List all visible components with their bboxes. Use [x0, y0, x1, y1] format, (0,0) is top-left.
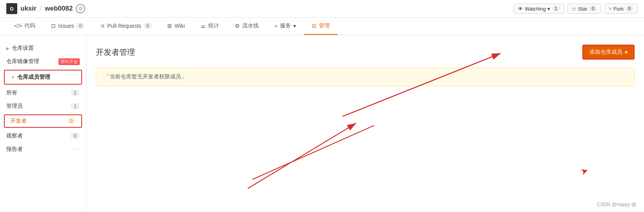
- header-actions: 👁 Watching ▾ 1 ☆ Star 0 ⑂ Fork 0: [514, 4, 638, 14]
- tab-issues-label: Issues: [58, 23, 74, 29]
- sidebar-item-admin[interactable]: 管理员 1: [0, 100, 86, 113]
- fork-count: 0: [625, 5, 633, 12]
- svg-text:➤: ➤: [579, 165, 590, 177]
- tab-pull-requests[interactable]: ⤮ Pull Requests 0: [92, 18, 159, 35]
- add-member-button[interactable]: 添加仓库成员 ▾: [582, 45, 635, 60]
- footer-credit: CSDN @Happy 猫: [597, 201, 636, 208]
- repo-title: G uksir / web0082 ⚙: [6, 3, 85, 14]
- content-header: 开发者管理 添加仓库成员 ▾: [96, 45, 635, 60]
- issues-badge: 0: [77, 23, 85, 29]
- pr-badge: 0: [144, 23, 152, 29]
- annotation-arrows: ➤: [86, 35, 644, 212]
- watching-button[interactable]: 👁 Watching ▾ 1: [514, 4, 564, 14]
- star-label: Star: [578, 6, 587, 12]
- sidebar-mirror-management[interactable]: 仓库镜像管理 限时开放: [0, 55, 86, 68]
- warehouse-settings-label: 仓库设置: [12, 45, 34, 52]
- tab-manage-label: 管理: [319, 22, 330, 29]
- tab-code[interactable]: </> 代码: [6, 18, 43, 35]
- star-count: 0: [589, 5, 597, 12]
- separator: /: [40, 4, 42, 13]
- notice-text: 「当前仓库暂无开发者权限成员」: [104, 73, 187, 80]
- top-header: G uksir / web0082 ⚙ 👁 Watching ▾ 1 ☆ Sta…: [0, 0, 644, 18]
- services-dropdown-icon: ▾: [293, 23, 296, 29]
- tab-code-label: 代码: [24, 22, 35, 29]
- sidebar-subsection: 所有 1 管理员 1 开发者 0 观察者 0 报告者: [0, 86, 86, 156]
- all-label: 所有: [6, 89, 17, 96]
- admin-label: 管理员: [6, 103, 23, 110]
- wiki-icon: ⊞: [167, 23, 172, 29]
- tab-wiki-label: Wiki: [174, 23, 185, 29]
- tab-services-label: 服务: [280, 22, 291, 29]
- observer-label: 观察者: [6, 132, 23, 140]
- watching-dropdown-icon: ▾: [547, 6, 550, 12]
- repo-name[interactable]: web0082: [45, 5, 73, 13]
- arrow-right-icon: ▶: [6, 46, 9, 51]
- fork-button[interactable]: ⑂ Fork 0: [604, 4, 638, 14]
- manage-icon: ⊟: [312, 23, 317, 29]
- add-member-label: 添加仓库成员: [589, 49, 622, 56]
- logo-icon: G: [6, 3, 17, 14]
- tab-stats[interactable]: ⚌ 统计: [193, 18, 227, 35]
- services-icon: ⌁: [274, 23, 278, 29]
- star-button[interactable]: ☆ Star 0: [567, 4, 602, 14]
- tab-pr-label: Pull Requests: [107, 23, 141, 29]
- eye-icon: 👁: [518, 6, 523, 12]
- reporter-label: 报告者: [6, 146, 23, 153]
- pipeline-icon: ⚙: [235, 23, 240, 29]
- mirror-badge: 限时开放: [59, 58, 80, 65]
- mirror-label: 仓库镜像管理: [6, 58, 39, 65]
- page-title: 开发者管理: [96, 47, 135, 58]
- sidebar-member-management[interactable]: ▼ 仓库成员管理: [4, 70, 82, 85]
- tab-wiki[interactable]: ⊞ Wiki: [159, 18, 192, 35]
- member-arrow-icon: ▼: [11, 75, 15, 80]
- code-icon: </>: [14, 23, 22, 29]
- pr-icon: ⤮: [100, 23, 105, 29]
- tab-services[interactable]: ⌁ 服务 ▾: [267, 18, 304, 35]
- repo-owner[interactable]: uksir: [20, 5, 37, 13]
- fork-icon: ⑂: [609, 6, 612, 12]
- nav-tabs: </> 代码 ⊡ Issues 0 ⤮ Pull Requests 0 ⊞ Wi…: [0, 18, 644, 35]
- fork-label: Fork: [613, 6, 624, 12]
- sidebar: ▶ 仓库设置 仓库镜像管理 限时开放 ▼ 仓库成员管理 所有 1 管理员 1 开…: [0, 35, 86, 212]
- watching-label: Watching: [525, 6, 546, 12]
- sidebar-item-observer[interactable]: 观察者 0: [0, 129, 86, 143]
- main-content: ▶ 仓库设置 仓库镜像管理 限时开放 ▼ 仓库成员管理 所有 1 管理员 1 开…: [0, 35, 644, 212]
- admin-count: 1: [71, 103, 80, 109]
- stats-icon: ⚌: [201, 23, 206, 29]
- svg-line-5: [248, 123, 356, 188]
- tab-issues[interactable]: ⊡ Issues 0: [43, 18, 92, 35]
- reporter-count: [73, 149, 80, 150]
- developer-count: 0: [67, 118, 76, 124]
- tab-stats-label: 统计: [208, 22, 219, 29]
- tab-pipeline[interactable]: ⚙ 流水线: [227, 18, 267, 35]
- repo-settings-icon[interactable]: ⚙: [76, 4, 85, 13]
- add-member-dropdown-icon: ▾: [625, 49, 628, 55]
- observer-count: 0: [71, 133, 80, 139]
- tab-manage[interactable]: ⊟ 管理: [304, 18, 338, 35]
- developer-label: 开发者: [10, 118, 27, 125]
- sidebar-warehouse-settings[interactable]: ▶ 仓库设置: [0, 42, 86, 55]
- all-count: 1: [71, 90, 80, 96]
- notice-box: 「当前仓库暂无开发者权限成员」: [96, 67, 635, 86]
- tab-pipeline-label: 流水线: [242, 22, 259, 29]
- sidebar-item-developer[interactable]: 开发者 0: [4, 114, 82, 128]
- sidebar-item-all[interactable]: 所有 1: [0, 86, 86, 100]
- member-management-label: 仓库成员管理: [17, 74, 50, 81]
- sidebar-item-reporter[interactable]: 报告者: [0, 143, 86, 156]
- issues-icon: ⊡: [51, 23, 56, 29]
- star-icon: ☆: [572, 6, 576, 12]
- watching-count: 1: [552, 5, 560, 12]
- content-panel: 开发者管理 添加仓库成员 ▾ 「当前仓库暂无开发者权限成员」 ➤: [86, 35, 644, 212]
- svg-line-1: [252, 125, 375, 179]
